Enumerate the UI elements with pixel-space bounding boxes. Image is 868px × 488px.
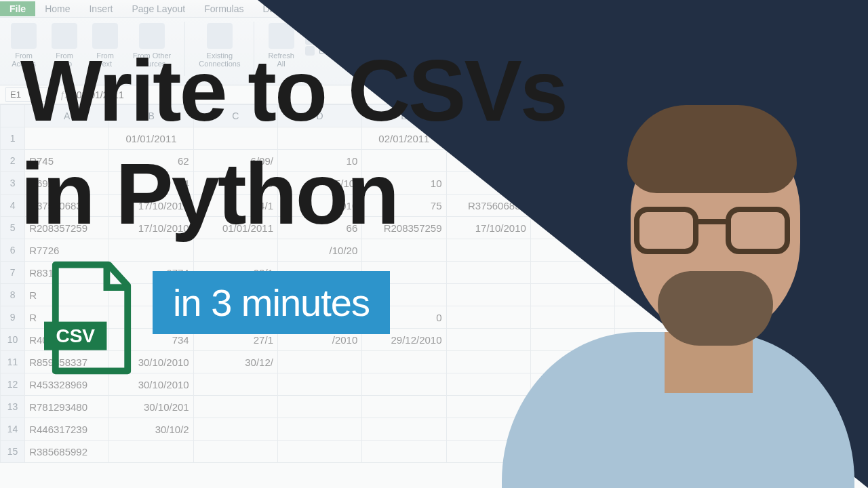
cell[interactable]: 30/10/201 bbox=[109, 396, 193, 418]
cell[interactable]: R385685992 bbox=[25, 441, 109, 463]
cell[interactable]: R446317239 bbox=[25, 418, 109, 441]
tab-home[interactable]: Home bbox=[35, 1, 79, 16]
row-header[interactable]: 7 bbox=[1, 262, 25, 284]
tab-file[interactable]: File bbox=[0, 1, 35, 16]
duration-badge: in 3 minutes bbox=[153, 271, 390, 334]
cell[interactable]: R453328969 bbox=[25, 373, 109, 396]
row-header[interactable]: 8 bbox=[1, 284, 25, 306]
row-header[interactable]: 9 bbox=[1, 306, 25, 329]
row-header[interactable]: 12 bbox=[1, 373, 25, 396]
row-header[interactable]: 14 bbox=[1, 418, 25, 441]
csv-file-icon: CSV bbox=[44, 260, 139, 375]
cell[interactable] bbox=[109, 239, 193, 262]
row-header[interactable]: 6 bbox=[1, 239, 25, 262]
cell[interactable] bbox=[109, 441, 193, 463]
cell[interactable]: 30/10/2 bbox=[109, 418, 193, 441]
row-header[interactable]: 13 bbox=[1, 396, 25, 418]
row-header[interactable]: 10 bbox=[1, 329, 25, 351]
tab-page-layout[interactable]: Page Layout bbox=[123, 1, 195, 16]
svg-text:CSV: CSV bbox=[56, 325, 95, 346]
title-line-2: in Python bbox=[20, 150, 397, 237]
row-header[interactable]: 15 bbox=[1, 441, 25, 463]
title-line-1: Write to CSVs bbox=[20, 47, 566, 134]
cell[interactable]: R781293480 bbox=[25, 396, 109, 418]
tab-insert[interactable]: Insert bbox=[79, 1, 122, 16]
cell[interactable]: 30/10/2010 bbox=[109, 373, 193, 396]
cell[interactable]: R7726 bbox=[25, 239, 109, 262]
tab-formulas[interactable]: Formulas bbox=[195, 1, 253, 16]
row-header[interactable]: 11 bbox=[1, 351, 25, 373]
